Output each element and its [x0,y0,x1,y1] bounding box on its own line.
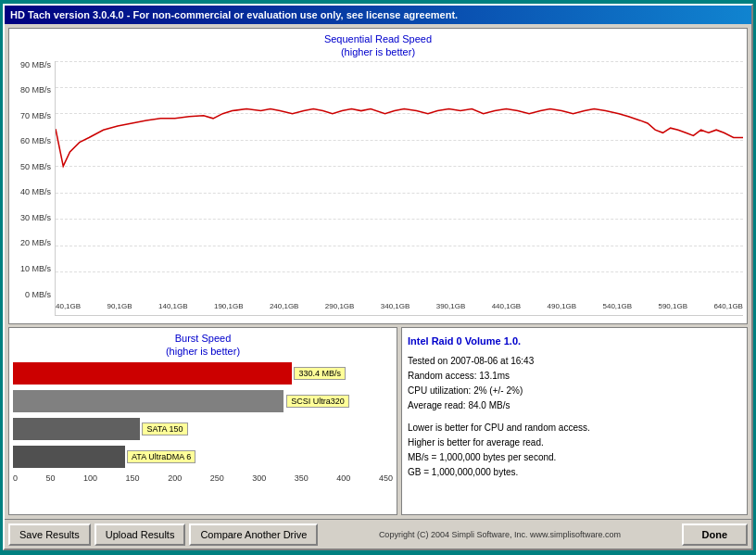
info-title: Intel Raid 0 Volume 1.0. [408,334,741,350]
chart-area: 90 MB/s 80 MB/s 70 MB/s 60 MB/s 50 MB/s … [13,61,743,316]
burst-bars-container: 330.4 MB/s SCSI Ultra320 SATA 150 [13,362,393,501]
bar-label-2: SCSI Ultra320 [286,395,349,408]
bar-row-2: SCSI Ultra320 [13,390,393,412]
info-note3: MB/s = 1,000,000 bytes per second. [408,450,741,465]
copyright-text: Copyright (C) 2004 Simpli Software, Inc.… [321,530,677,539]
bar-3 [13,418,140,440]
main-window: HD Tach version 3.0.4.0 - For non-commer… [3,4,753,550]
line-chart-svg [56,61,743,307]
title-bar: HD Tach version 3.0.4.0 - For non-commer… [5,6,751,24]
info-note2: Higher is better for average read. [408,435,741,450]
bar-label-1: 330.4 MB/s [294,367,346,380]
bottom-area: Burst Speed (higher is better) 330.4 MB/… [8,327,748,515]
sequential-read-chart: Sequential Read Speed (higher is better)… [8,28,748,324]
save-results-button[interactable]: Save Results [8,523,91,546]
bar-label-4: ATA UltraDMA 6 [127,450,195,463]
bar-label-3: SATA 150 [142,423,187,435]
bar-1 [13,362,292,385]
burst-x-axis: 0 50 100 150 200 250 300 350 400 450 [13,473,393,483]
bar-2 [13,390,284,412]
bar-row-1: 330.4 MB/s [13,362,393,385]
compare-drive-button[interactable]: Compare Another Drive [189,523,318,546]
info-random: Random access: 13.1ms [408,369,741,384]
y-axis: 90 MB/s 80 MB/s 70 MB/s 60 MB/s 50 MB/s … [13,61,55,316]
footer: Save Results Upload Results Compare Anot… [5,519,751,549]
seq-chart-title: Sequential Read Speed (higher is better) [13,32,743,59]
window-title: HD Tach version 3.0.4.0 - For non-commer… [10,9,458,20]
info-avg: Average read: 84.0 MB/s [408,398,741,413]
bar-row-3: SATA 150 [13,418,393,440]
info-tested: Tested on 2007-08-06 at 16:43 [408,354,741,369]
content-area: Sequential Read Speed (higher is better)… [5,24,751,519]
burst-chart-title: Burst Speed (higher is better) [13,332,393,359]
info-panel: Intel Raid 0 Volume 1.0. Tested on 2007-… [401,327,748,515]
x-axis: 40,1GB 90,1GB 140,1GB 190,1GB 240,1GB 29… [56,298,743,315]
bar-4 [13,446,125,468]
info-cpu: CPU utilization: 2% (+/- 2%) [408,384,741,398]
upload-results-button[interactable]: Upload Results [94,523,186,546]
chart-plot: 40,1GB 90,1GB 140,1GB 190,1GB 240,1GB 29… [55,61,743,316]
burst-chart: Burst Speed (higher is better) 330.4 MB/… [8,327,397,515]
bar-row-4: ATA UltraDMA 6 [13,446,393,468]
info-note1: Lower is better for CPU and random acces… [408,421,741,435]
done-button[interactable]: Done [682,523,749,546]
info-note4: GB = 1,000,000,000 bytes. [408,465,741,480]
